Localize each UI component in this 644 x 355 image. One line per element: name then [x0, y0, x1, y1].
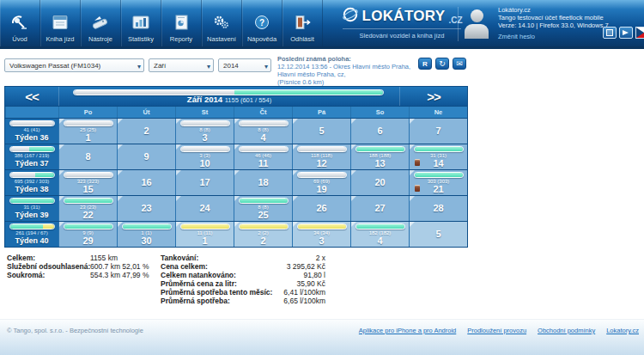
- day-cell-7[interactable]: 7: [409, 119, 467, 144]
- day-number: 12: [293, 158, 350, 168]
- day-cell-oct-2[interactable]: 2 (2)2: [234, 222, 292, 247]
- yellow-bar-segment: [298, 224, 346, 229]
- week-label-tyden-37[interactable]: 386 (167 / 219)Týden 37: [5, 144, 58, 169]
- week-name: Týden 36: [5, 133, 58, 142]
- summary-value: 1155 km: [90, 254, 157, 262]
- footer-link-lokatory-cz[interactable]: Lokatory.cz: [606, 327, 639, 334]
- day-cell-17[interactable]: 17: [175, 170, 234, 195]
- day-cell-19[interactable]: 69 (69)19: [292, 170, 350, 195]
- mail-button[interactable]: ✉: [453, 58, 466, 70]
- day-number: 13: [351, 158, 409, 168]
- week-label-tyden-39[interactable]: 31 (31)Týden 39: [5, 196, 58, 221]
- day-cell-14[interactable]: 31 (31)14: [409, 144, 467, 169]
- day-cell-16[interactable]: 16: [117, 170, 175, 195]
- day-number: 29: [59, 236, 117, 246]
- refresh-icon: ↻: [439, 59, 446, 68]
- day-name-ne: Ne: [409, 107, 467, 118]
- day-cell-28[interactable]: 28: [409, 196, 467, 221]
- day-cell-8[interactable]: 8: [58, 144, 117, 169]
- day-cell-6[interactable]: 6: [350, 119, 409, 144]
- chevron-down-icon: ▾: [207, 60, 210, 72]
- day-cell-18[interactable]: 18: [234, 170, 292, 195]
- silver-bar-segment: [10, 121, 54, 125]
- day-number: 26: [293, 203, 350, 213]
- day-cell-1[interactable]: 25 (25)1: [58, 119, 117, 144]
- summary-label: Průměrná spotřeba:: [161, 297, 283, 305]
- day-cell-21[interactable]: 303 (303)21: [409, 170, 467, 195]
- day-cell-29[interactable]: 9 (9)29: [58, 222, 117, 247]
- summary-value: 3 295,62 Kč: [287, 262, 325, 271]
- day-number: 28: [410, 203, 467, 213]
- svg-text:?: ?: [259, 18, 264, 28]
- day-cell-24[interactable]: 24: [175, 196, 234, 221]
- day-cell-4[interactable]: 8 (8)4: [234, 119, 292, 144]
- help-icon: ?: [252, 12, 271, 33]
- silver-bar-segment: [10, 173, 35, 177]
- footer-link-aplikace-pro-iphone-a-pro-android[interactable]: Aplikace pro iPhone a pro Android: [359, 327, 456, 334]
- nav-item-statistiky[interactable]: Statistiky: [121, 0, 161, 46]
- nav-item-napoveda[interactable]: ?Nápověda: [242, 0, 283, 46]
- footer-link-prodlouzeni-provozu[interactable]: Prodloužení provozu: [467, 327, 526, 334]
- week-label-tyden-38[interactable]: 695 (392 / 303)Týden 38: [5, 170, 58, 195]
- footer-link-obchodni-podminky[interactable]: Obchodní podmínky: [538, 327, 595, 334]
- day-cell-oct-3[interactable]: 34 (34)3: [292, 222, 350, 247]
- nav-item-uvod[interactable]: Úvod: [0, 0, 40, 46]
- month-select[interactable]: Září ▾: [149, 58, 214, 72]
- window-layout-icon[interactable]: [603, 27, 617, 39]
- reports-icon: [172, 12, 191, 33]
- nav-item-reporty[interactable]: Reporty: [161, 0, 202, 46]
- czech-flag-icon[interactable]: [635, 27, 644, 39]
- year-select[interactable]: 2014 ▾: [218, 58, 271, 72]
- day-cell-oct-1[interactable]: 11 (11)1: [175, 222, 234, 247]
- day-progress-bar: [122, 223, 172, 230]
- day-cell-11[interactable]: 46 (46)11: [234, 144, 292, 169]
- calendar-title-cell: Září 2014 1155 (601 / 554): [58, 87, 400, 106]
- nav-item-label: Úvod: [12, 35, 27, 43]
- week-distance-value: 31 (31): [5, 205, 58, 210]
- report-button[interactable]: R: [418, 58, 432, 70]
- teal-bar-segment: [10, 224, 43, 229]
- day-progress-bar: [414, 172, 464, 178]
- day-cell-27[interactable]: 27: [350, 196, 409, 221]
- day-number: 11: [234, 158, 292, 168]
- week-label-tyden-36[interactable]: 41 (41)Týden 36: [5, 119, 58, 144]
- teal-bar-segment: [356, 147, 404, 151]
- refresh-button[interactable]: ↻: [435, 58, 449, 70]
- day-cell-13[interactable]: 188 (188)13: [350, 144, 409, 169]
- day-cell-oct-4[interactable]: 182 (182)4: [350, 222, 409, 247]
- day-name-ut: Út: [117, 107, 175, 118]
- summary-row: Cena celkem:3 295,62 Kč: [161, 262, 325, 271]
- day-progress-bar: [239, 198, 289, 204]
- day-cell-23[interactable]: 23: [117, 196, 175, 221]
- nav-item-odhlasit[interactable]: Odhlásit: [283, 0, 323, 46]
- day-cell-22[interactable]: 23 (23)22: [58, 196, 117, 221]
- prev-month-button[interactable]: <<: [5, 87, 58, 106]
- day-cell-9[interactable]: 9: [117, 144, 175, 169]
- send-plane-icon[interactable]: [619, 27, 633, 39]
- day-cell-3[interactable]: 8 (8)3: [175, 119, 234, 144]
- day-cell-oct-5[interactable]: 5: [409, 222, 467, 247]
- vehicle-select[interactable]: Volkswagen Passat (FM1034) ▾: [4, 58, 144, 72]
- day-cell-12[interactable]: 118 (118)12: [292, 144, 350, 169]
- day-cell-30[interactable]: 1 (1)30: [117, 222, 175, 247]
- day-cell-15[interactable]: 323 (323)15: [58, 170, 117, 195]
- day-cell-26[interactable]: 26: [292, 196, 350, 221]
- day-cell-25[interactable]: 8 (8)25: [234, 196, 292, 221]
- day-cell-10[interactable]: 3 (3)10: [175, 144, 234, 169]
- calendar-week-row: 386 (167 / 219)Týden 37893 (3)1046 (46)1…: [4, 144, 468, 170]
- week-progress-bar: [9, 120, 55, 126]
- day-cell-5[interactable]: 5: [292, 119, 350, 144]
- next-month-button[interactable]: >>: [400, 87, 467, 106]
- last-known-position: Poslední známá poloha: 12.12.2014 13:56 …: [277, 55, 422, 86]
- week-progress-bar: [9, 198, 55, 204]
- nav-item-nastroje[interactable]: Nástroje: [81, 0, 121, 46]
- nav-item-kniha-jizd[interactable]: Kniha jízd: [40, 0, 81, 46]
- week-label-tyden-40[interactable]: 261 (194 / 67)Týden 40: [5, 222, 58, 247]
- day-progress-bar: [64, 120, 113, 126]
- nav-item-nastaveni[interactable]: Nastavení: [202, 0, 242, 46]
- calendar-week-row: 695 (392 / 303)Týden 38323 (323)15161718…: [4, 170, 468, 196]
- day-cell-2[interactable]: 2: [117, 119, 175, 144]
- day-cell-20[interactable]: 20: [350, 170, 409, 195]
- change-password-link[interactable]: Změnit heslo: [498, 33, 535, 40]
- teal-bar-segment: [35, 173, 55, 177]
